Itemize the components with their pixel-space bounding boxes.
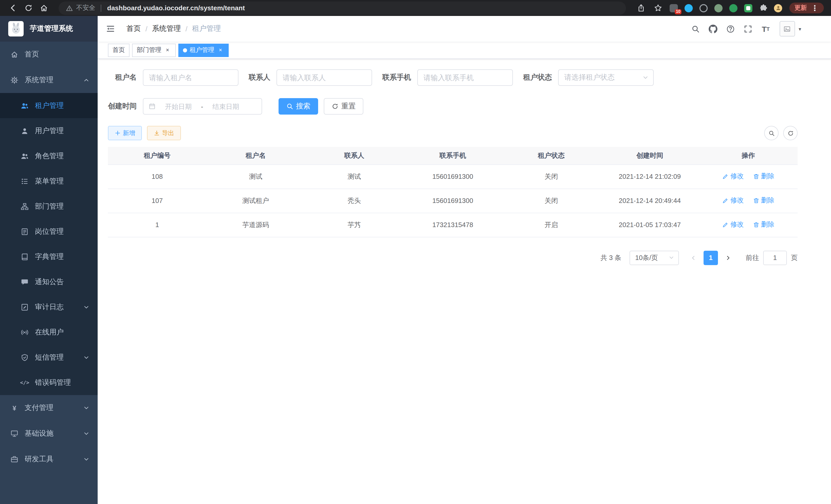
breadcrumb-item-home[interactable]: 首页	[126, 24, 141, 33]
monitor-icon	[10, 429, 19, 438]
status-cell: 开启	[502, 213, 601, 237]
edit-link[interactable]: 修改	[722, 220, 744, 229]
book-icon	[21, 253, 29, 261]
browser-toolbar: 不安全 dashboard.yudao.iocoder.cn/system/te…	[0, 0, 831, 16]
next-page-button[interactable]	[721, 250, 736, 265]
browser-home-button[interactable]	[36, 1, 51, 15]
delete-link[interactable]: 删除	[753, 196, 774, 205]
sidebar-item-online-users[interactable]: 在线用户	[0, 320, 98, 345]
sidebar-item-home[interactable]: 首页	[0, 41, 98, 67]
back-button[interactable]	[5, 1, 21, 15]
actions-cell: 修改 删除	[699, 188, 798, 213]
url-text: dashboard.yudao.iocoder.cn/system/tenant	[107, 4, 245, 12]
contact-input[interactable]	[277, 69, 372, 86]
phone-label: 联系手机	[382, 73, 411, 82]
table-row: 107 测试租户 秃头 15601691300 关闭 2021-12-14 20…	[108, 188, 798, 213]
end-date-input[interactable]	[205, 102, 247, 110]
extension-icon-6[interactable]	[742, 1, 755, 14]
extension-icon-1[interactable]: 10	[667, 1, 681, 14]
tenant-name-cell: 芋道源码	[206, 213, 305, 237]
sidebar-item-dict[interactable]: 字典管理	[0, 244, 98, 269]
page-unit-label: 页	[791, 253, 798, 262]
tag-bar: 首页 部门管理 × 租户管理 ×	[98, 41, 831, 59]
date-range-picker[interactable]: -	[143, 98, 262, 115]
page-number-1[interactable]: 1	[704, 250, 718, 265]
sidebar-item-dev-tools[interactable]: 研发工具	[0, 446, 98, 472]
sidebar-menu: 首页 系统管理 租户管理 用户管理	[0, 41, 98, 472]
user-icon	[21, 127, 29, 135]
status-select[interactable]: 请选择租户状态	[558, 69, 654, 86]
add-button[interactable]: 新增	[108, 126, 142, 140]
tab-dept[interactable]: 部门管理 ×	[132, 43, 176, 57]
col-tenant-id: 租户编号	[108, 147, 206, 165]
filter-row-1: 租户名 联系人 联系手机 租户状态	[108, 69, 798, 86]
export-button[interactable]: 导出	[147, 126, 181, 140]
user-avatar[interactable]	[780, 21, 795, 36]
sidebar-item-audit-log[interactable]: 审计日志	[0, 294, 98, 320]
header-search-button[interactable]	[687, 16, 705, 41]
reset-button[interactable]: 重置	[324, 98, 363, 115]
profile-avatar[interactable]	[771, 1, 785, 14]
avatar-caret-icon[interactable]: ▾	[799, 26, 801, 32]
font-size-button[interactable]: TT	[757, 16, 774, 41]
reload-button[interactable]	[21, 1, 36, 15]
search-button[interactable]: 搜索	[279, 98, 318, 115]
table-refresh-button[interactable]	[783, 126, 798, 140]
sidebar-item-payment[interactable]: ¥ 支付管理	[0, 395, 98, 421]
actions-cell: 修改 删除	[699, 165, 798, 188]
sidebar-item-error-code[interactable]: </> 错误码管理	[0, 370, 98, 395]
update-button[interactable]: 更新 ⋮	[790, 3, 824, 13]
github-button[interactable]	[705, 16, 722, 41]
delete-link[interactable]: 删除	[753, 220, 774, 229]
sidebar-item-post[interactable]: 岗位管理	[0, 219, 98, 244]
tenant-name-input[interactable]	[143, 69, 238, 86]
tab-home[interactable]: 首页	[108, 43, 130, 57]
actions-cell: 修改 删除	[699, 213, 798, 237]
sidebar-item-notice[interactable]: 通知公告	[0, 269, 98, 294]
extensions-puzzle-icon[interactable]	[756, 1, 770, 14]
breadcrumb-item-system[interactable]: 系统管理	[152, 24, 181, 33]
tab-tenant[interactable]: 租户管理 ×	[178, 43, 229, 57]
close-icon[interactable]: ×	[217, 47, 224, 54]
sidebar-item-dept[interactable]: 部门管理	[0, 194, 98, 219]
created-at-cell: 2021-12-14 21:02:09	[601, 165, 699, 188]
delete-link[interactable]: 删除	[753, 172, 774, 181]
col-phone: 联系手机	[403, 147, 502, 165]
search-toggle-button[interactable]	[764, 126, 779, 140]
extension-icon-2[interactable]	[682, 1, 695, 14]
edit-link[interactable]: 修改	[722, 172, 744, 181]
sidebar-item-infrastructure[interactable]: 基础设施	[0, 421, 98, 446]
extension-icon-5[interactable]	[727, 1, 740, 14]
sidebar-item-role[interactable]: 角色管理	[0, 143, 98, 169]
search-icon	[691, 24, 700, 33]
phone-input[interactable]	[417, 69, 513, 86]
sidebar-item-menu[interactable]: 菜单管理	[0, 169, 98, 194]
sidebar-item-sms[interactable]: 短信管理	[0, 345, 98, 370]
sidebar-item-user[interactable]: 用户管理	[0, 118, 98, 143]
fullscreen-button[interactable]	[740, 16, 757, 41]
goto-page-input[interactable]	[763, 250, 787, 265]
browser-menu-icon[interactable]: ⋮	[811, 3, 819, 12]
bookmark-star-icon[interactable]	[650, 1, 665, 15]
logo-image	[8, 21, 24, 36]
address-bar[interactable]: 不安全 dashboard.yudao.iocoder.cn/system/te…	[59, 1, 626, 14]
sidebar-item-system[interactable]: 系统管理	[0, 67, 98, 93]
page-size-select[interactable]: 10条/页	[630, 250, 679, 265]
chevron-left-icon	[690, 255, 696, 261]
start-date-input[interactable]	[158, 102, 199, 110]
breadcrumb-separator: /	[145, 25, 147, 33]
close-icon[interactable]: ×	[164, 47, 171, 54]
sidebar-toggle-button[interactable]	[98, 16, 123, 41]
sidebar-item-tenant[interactable]: 租户管理	[0, 93, 98, 118]
prev-page-button[interactable]	[686, 250, 700, 265]
extension-icon-4[interactable]	[712, 1, 725, 14]
create-time-label: 创建时间	[108, 102, 137, 111]
chevron-up-icon	[83, 77, 89, 83]
broken-image-icon	[783, 25, 791, 33]
extension-icon-3[interactable]	[697, 1, 710, 14]
share-icon[interactable]	[633, 1, 649, 15]
edit-icon	[722, 197, 729, 204]
help-button[interactable]	[722, 16, 740, 41]
update-label: 更新	[795, 4, 807, 12]
edit-link[interactable]: 修改	[722, 196, 744, 205]
